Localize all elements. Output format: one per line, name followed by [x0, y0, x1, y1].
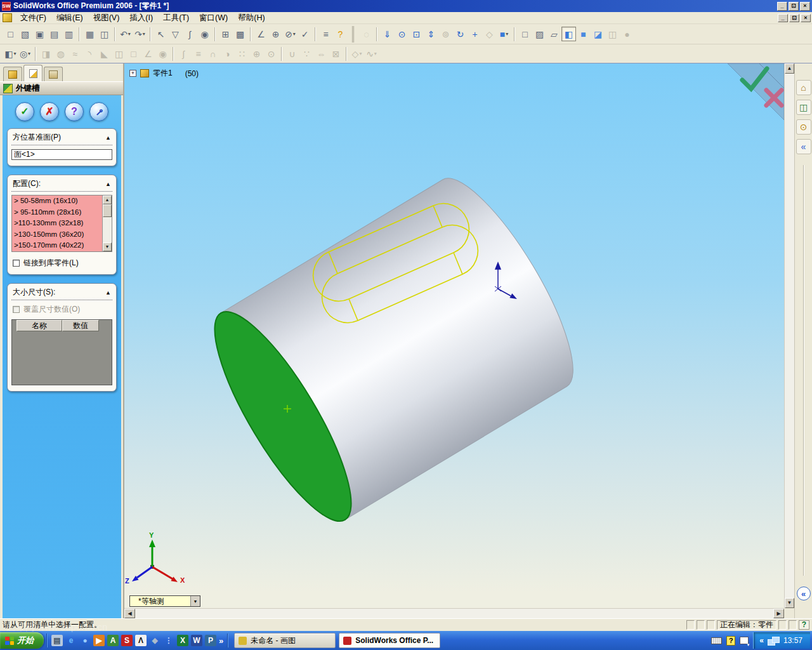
menu-view[interactable]: 视图(V): [88, 12, 125, 24]
plotter-tool-icon[interactable]: ⋮: [163, 635, 174, 646]
orientation-plane-input[interactable]: [11, 149, 112, 160]
select-button[interactable]: ↖: [154, 27, 168, 41]
menu-insert[interactable]: 插入(I): [124, 12, 158, 24]
help-button[interactable]: ?: [65, 102, 84, 121]
restore-button[interactable]: ⊡: [789, 2, 799, 11]
zoom-to-fit-button[interactable]: ⊙: [395, 27, 409, 41]
child-close-button[interactable]: ×: [801, 14, 811, 22]
menu-window[interactable]: 窗口(W): [194, 12, 233, 24]
keyboard-icon[interactable]: [711, 637, 722, 644]
config-option[interactable]: > 95-110mm (28x16): [12, 207, 102, 218]
file-explorer-button[interactable]: ⊙: [796, 119, 811, 135]
shadows-in-shaded-mode-button[interactable]: ◪: [591, 27, 605, 41]
configuration-manager-tab[interactable]: [44, 67, 63, 81]
solidworks-resources-button[interactable]: ⌂: [796, 80, 811, 95]
quick-tips-icon[interactable]: ?: [799, 620, 809, 630]
grid-button[interactable]: ⊞: [218, 27, 233, 41]
vertical-scrollbar[interactable]: ▲ ▼: [784, 63, 794, 608]
graphics-area[interactable]: Y X Z: [124, 63, 784, 608]
solidworks-icon[interactable]: S: [121, 635, 133, 646]
origami-tool-icon[interactable]: ◆: [149, 635, 160, 646]
menu-tools[interactable]: 工具(T): [158, 12, 194, 24]
property-manager-tab[interactable]: [23, 65, 43, 81]
check-entity-button[interactable]: ✓: [298, 27, 312, 41]
selection-filter-button[interactable]: ▽: [168, 27, 183, 41]
document-icon[interactable]: [3, 13, 12, 22]
configuration-scrollbar[interactable]: ▲ ▼: [102, 196, 112, 251]
tray-help-icon[interactable]: ?: [726, 636, 735, 646]
open-document-button[interactable]: ▧: [18, 27, 32, 41]
paint-task-button[interactable]: 未命名 - 画图: [234, 633, 336, 648]
ok-button[interactable]: ✓: [15, 102, 34, 121]
minimize-button[interactable]: _: [777, 2, 787, 11]
photoshop-icon[interactable]: P: [205, 635, 216, 646]
scrollbar-thumb[interactable]: [103, 204, 112, 217]
sketch-gesture-button[interactable]: ∫: [183, 27, 197, 41]
zoom-in-out-button[interactable]: ⇕: [424, 27, 438, 41]
mass-properties-button[interactable]: ⊕: [268, 27, 283, 41]
dropdown-arrow-icon[interactable]: ▾: [506, 31, 508, 37]
select-other-button[interactable]: ◉: [197, 27, 212, 41]
tray-chevron-icon[interactable]: «: [759, 636, 764, 645]
menu-file[interactable]: 文件(F): [15, 12, 51, 24]
scroll-up-icon[interactable]: ▲: [103, 196, 112, 204]
wireframe-button[interactable]: □: [518, 27, 532, 41]
make-drawing-from-part-button[interactable]: ▤: [47, 27, 62, 41]
word-icon[interactable]: W: [191, 635, 202, 646]
menu-help[interactable]: 帮助(H): [233, 12, 270, 24]
save-button[interactable]: ▣: [32, 27, 47, 41]
shaded-with-edges-button[interactable]: ◧: [561, 27, 576, 41]
config-option[interactable]: >110-130mm (32x18): [12, 218, 102, 229]
collapse-arrow-icon[interactable]: ▲: [105, 289, 111, 296]
dropdown-arrow-icon[interactable]: ▾: [293, 31, 296, 37]
view-orientation-button[interactable]: ⇓: [380, 27, 395, 41]
view-orientation-combo[interactable]: *等轴测 ▼: [129, 595, 200, 607]
start-button[interactable]: 开始: [0, 632, 44, 649]
revolved-boss-base-button[interactable]: ◎▾: [18, 46, 32, 61]
options-button[interactable]: ≡: [318, 27, 333, 41]
image-viewer-icon[interactable]: A: [107, 635, 119, 646]
chevron-down-icon[interactable]: ▼: [190, 596, 200, 606]
new-document-button[interactable]: □: [3, 27, 18, 41]
rotate-view-button[interactable]: ↻: [453, 27, 468, 41]
part-name[interactable]: 零件1: [153, 68, 173, 79]
media-player-icon[interactable]: ▶: [93, 635, 105, 646]
standard-views-button[interactable]: ■▾: [497, 27, 511, 41]
show-desktop-icon[interactable]: ▤: [51, 635, 63, 646]
print-preview-button[interactable]: ◫: [97, 27, 112, 41]
scroll-right-icon[interactable]: ▶: [773, 609, 784, 618]
feature-manager-tab[interactable]: [3, 67, 22, 81]
collapse-splitter-button[interactable]: «: [797, 587, 811, 600]
horizontal-scrollbar[interactable]: ◀ ▶: [124, 608, 784, 618]
keep-visible-pin-button[interactable]: ⊸: [89, 102, 108, 121]
link-to-library-checkbox[interactable]: [13, 260, 20, 267]
tree-expand-icon[interactable]: +: [129, 70, 136, 77]
internet-explorer-icon[interactable]: e: [65, 635, 77, 646]
child-restore-button[interactable]: ⊡: [789, 14, 799, 22]
help-button[interactable]: ?: [333, 27, 348, 41]
print-button[interactable]: ▦: [82, 27, 97, 41]
measure-button[interactable]: ∠: [254, 27, 268, 41]
dropdown-arrow-icon[interactable]: ▾: [14, 51, 16, 56]
hatch-pattern-button[interactable]: ▩: [233, 27, 247, 41]
zoom-to-area-button[interactable]: ⊡: [409, 27, 424, 41]
make-assembly-from-part-button[interactable]: ▥: [62, 27, 76, 41]
undo-button[interactable]: ↶▾: [118, 27, 133, 41]
network-icon[interactable]: [768, 637, 780, 645]
config-option[interactable]: >150-170mm (40x22): [12, 240, 102, 251]
dropdown-arrow-icon[interactable]: ▾: [28, 51, 30, 56]
scroll-down-icon[interactable]: ▼: [785, 598, 794, 608]
redo-button[interactable]: ↷▾: [133, 27, 147, 41]
extruded-boss-base-button[interactable]: ◧▾: [3, 46, 18, 61]
shaded-button[interactable]: ■: [576, 27, 591, 41]
cancel-button[interactable]: ✗: [40, 102, 59, 121]
excel-icon[interactable]: X: [177, 635, 188, 646]
menu-edit[interactable]: 编辑(E): [51, 12, 88, 24]
scroll-down-icon[interactable]: ▼: [103, 242, 112, 251]
child-minimize-button[interactable]: _: [778, 14, 788, 22]
hidden-lines-visible-button[interactable]: ▨: [532, 27, 547, 41]
dropdown-arrow-icon[interactable]: ▾: [143, 31, 145, 37]
task-pane-splitter[interactable]: [803, 165, 804, 576]
config-option[interactable]: > 50-58mm (16x10): [12, 196, 102, 207]
dropdown-arrow-icon[interactable]: ▾: [128, 31, 131, 37]
